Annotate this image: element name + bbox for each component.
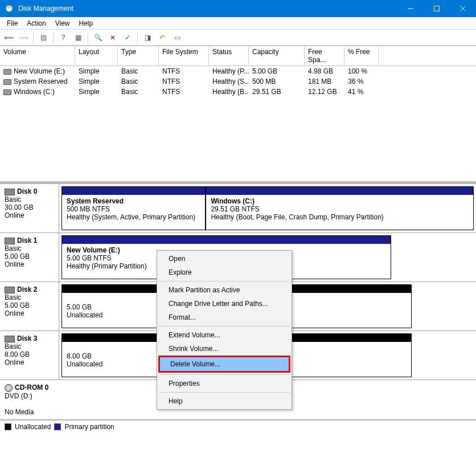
- props-icon[interactable]: ▭: [171, 31, 183, 44]
- disk-info[interactable]: Disk 1 Basic 5.00 GB Online: [0, 233, 59, 282]
- close-button[interactable]: [450, 0, 476, 17]
- table-row[interactable]: New Volume (E:) Simple Basic NTFS Health…: [0, 66, 476, 76]
- legend-swatch-unallocated: [5, 423, 11, 430]
- title-bar: Disk Management: [0, 0, 476, 17]
- legend-swatch-primary: [54, 423, 61, 430]
- col-status[interactable]: Status: [209, 46, 249, 66]
- table-row[interactable]: Windows (C:) Simple Basic NTFS Healthy (…: [0, 87, 476, 97]
- menu-bar: File Action View Help: [0, 17, 476, 30]
- table-row[interactable]: System Reserved Simple Basic NTFS Health…: [0, 76, 476, 87]
- disk-icon: [5, 336, 15, 342]
- disk-info[interactable]: Disk 3 Basic 8.00 GB Online: [0, 331, 59, 380]
- menu-view[interactable]: View: [51, 18, 75, 28]
- col-filesystem[interactable]: File System: [159, 46, 209, 66]
- delete-icon[interactable]: ✕: [106, 31, 119, 44]
- volume-table: Volume Layout Type File System Status Ca…: [0, 46, 476, 182]
- highlight-box: Delete Volume...: [158, 356, 290, 373]
- toolbar: ⟸ ⟹ ▤ ? ▦ 🔍 ✕ ✓ ◨ ↶ ▭: [0, 30, 476, 46]
- revert-icon[interactable]: ↶: [156, 31, 169, 44]
- maximize-button[interactable]: [424, 0, 450, 17]
- view-icon[interactable]: ▤: [37, 31, 50, 44]
- col-volume[interactable]: Volume: [0, 46, 75, 66]
- svg-rect-3: [434, 6, 440, 11]
- back-button[interactable]: ⟸: [2, 31, 15, 44]
- partition-system-reserved[interactable]: System Reserved500 MB NTFSHealthy (Syste…: [61, 186, 206, 230]
- check-icon[interactable]: ✓: [121, 31, 134, 44]
- disk-icon: [5, 238, 15, 244]
- volume-icon: [3, 79, 11, 85]
- menu-file[interactable]: File: [2, 18, 22, 28]
- ctx-format[interactable]: Format...: [158, 311, 290, 324]
- col-layout[interactable]: Layout: [75, 46, 118, 66]
- disk-icon: [5, 189, 15, 195]
- forward-button[interactable]: ⟹: [17, 31, 30, 44]
- ctx-explore[interactable]: Explore: [158, 266, 290, 279]
- col-pctfree[interactable]: % Free: [344, 46, 379, 66]
- legend-label: Unallocated: [15, 423, 51, 431]
- minimize-button[interactable]: [397, 0, 424, 17]
- volume-icon: [3, 89, 11, 95]
- disk-row: Disk 0 Basic 30.00 GB Online System Rese…: [0, 184, 476, 233]
- ctx-change-drive-letter[interactable]: Change Drive Letter and Paths...: [158, 297, 290, 311]
- ctx-properties[interactable]: Properties: [158, 377, 290, 390]
- help-icon[interactable]: ?: [57, 31, 69, 44]
- col-freespace[interactable]: Free Spa...: [305, 46, 344, 66]
- ctx-delete-volume[interactable]: Delete Volume...: [160, 357, 289, 371]
- context-menu: Open Explore Mark Partition as Active Ch…: [157, 250, 292, 410]
- legend-label: Primary partition: [64, 423, 114, 431]
- menu-action[interactable]: Action: [22, 18, 50, 28]
- layout-icon[interactable]: ▦: [72, 31, 84, 44]
- ctx-mark-active[interactable]: Mark Partition as Active: [158, 283, 290, 297]
- cdrom-icon: [5, 384, 13, 392]
- svg-point-1: [6, 6, 12, 8]
- col-type[interactable]: Type: [118, 46, 159, 66]
- ctx-open[interactable]: Open: [158, 252, 290, 266]
- menu-help[interactable]: Help: [75, 18, 98, 28]
- partition-windows-c[interactable]: Windows (C:)29.51 GB NTFSHealthy (Boot, …: [206, 186, 474, 230]
- table-header: Volume Layout Type File System Status Ca…: [0, 46, 476, 66]
- disk-info[interactable]: Disk 0 Basic 30.00 GB Online: [0, 184, 59, 232]
- attach-icon[interactable]: ◨: [141, 31, 154, 44]
- ctx-shrink-volume[interactable]: Shrink Volume...: [158, 342, 290, 356]
- disk-icon: [5, 287, 15, 293]
- legend: Unallocated Primary partition: [0, 420, 476, 433]
- ctx-help[interactable]: Help: [158, 394, 290, 408]
- volume-icon: [3, 69, 11, 75]
- window-title: Disk Management: [18, 5, 397, 13]
- ctx-extend-volume[interactable]: Extend Volume...: [158, 328, 290, 342]
- col-capacity[interactable]: Capacity: [249, 46, 305, 66]
- disk-info[interactable]: Disk 2 Basic 5.00 GB Online: [0, 282, 59, 331]
- app-icon: [5, 4, 14, 13]
- search-icon[interactable]: 🔍: [92, 31, 104, 44]
